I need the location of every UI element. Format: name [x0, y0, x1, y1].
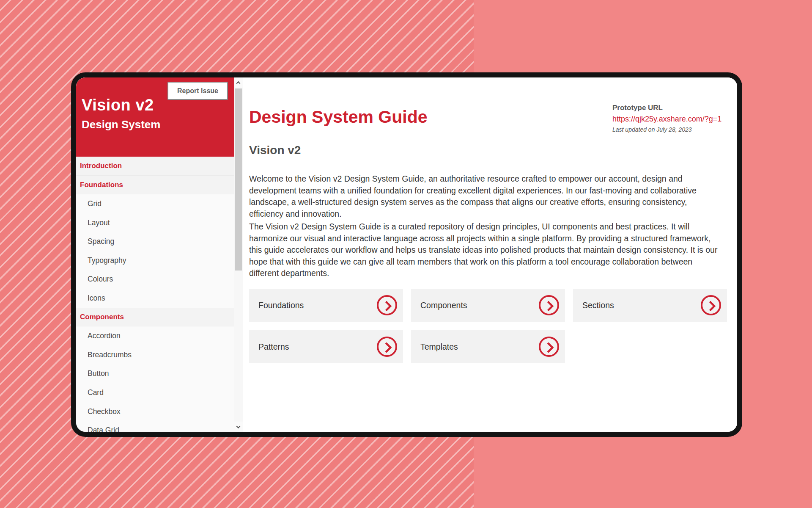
sidebar-item-icons[interactable]: Icons	[76, 289, 234, 308]
last-updated-text: Last updated on July 28, 2023	[612, 126, 735, 133]
sidebar-item-label: Breadcrumbs	[88, 351, 132, 359]
sidebar-item-button[interactable]: Button	[76, 364, 234, 384]
card-patterns[interactable]: Patterns	[249, 330, 403, 363]
sidebar-scrollbar	[234, 77, 243, 432]
prototype-info: Prototype URL https://qjk25y.axshare.com…	[612, 104, 735, 133]
intro-paragraph-2: The Vision v2 Design System Guide is a c…	[249, 221, 719, 279]
sidebar-section-introduction[interactable]: Introduction	[76, 157, 234, 176]
card-templates[interactable]: Templates	[411, 330, 565, 363]
sidebar-item-breadcrumbs[interactable]: Breadcrumbs	[76, 345, 234, 364]
sidebar-item-label: Data Grid	[88, 426, 119, 432]
sidebar-item-label: Spacing	[88, 237, 114, 246]
arrow-right-circle-icon	[539, 337, 559, 357]
prototype-url-label: Prototype URL	[612, 104, 735, 112]
scrollbar-thumb[interactable]	[235, 88, 242, 271]
scroll-up-button[interactable]	[234, 77, 243, 88]
sidebar-section-foundations[interactable]: Foundations	[76, 176, 234, 195]
card-label: Foundations	[258, 301, 304, 310]
sidebar-item-label: Layout	[88, 218, 110, 227]
sidebar-item-label: Checkbox	[88, 407, 121, 416]
card-components[interactable]: Components	[411, 289, 565, 322]
card-label: Sections	[582, 301, 614, 310]
sidebar-item-label: Card	[88, 388, 104, 397]
section-heading: Vision v2	[249, 144, 301, 157]
sidebar-item-label: Grid	[88, 199, 102, 208]
sidebar-item-data-grid[interactable]: Data Grid	[76, 421, 234, 432]
card-foundations[interactable]: Foundations	[249, 289, 403, 322]
scroll-down-button[interactable]	[234, 422, 243, 432]
sidebar-section-components[interactable]: Components	[76, 308, 234, 327]
brand-title: Vision v2	[82, 96, 154, 114]
sidebar-item-label: Colours	[88, 275, 113, 284]
sidebar-item-label: Icons	[88, 294, 105, 303]
app-window: Report Issue Vision v2 Design System Int…	[71, 72, 742, 437]
prototype-url-link[interactable]: https://qjk25y.axshare.com/?g=1	[612, 115, 735, 124]
sidebar-item-grid[interactable]: Grid	[76, 194, 234, 213]
card-sections[interactable]: Sections	[573, 289, 727, 322]
sidebar-item-label: Accordion	[88, 331, 121, 340]
card-label: Templates	[420, 342, 458, 352]
sidebar-item-colours[interactable]: Colours	[76, 270, 234, 289]
chevron-up-icon	[236, 81, 241, 85]
arrow-right-circle-icon	[377, 337, 397, 357]
sidebar-item-label: Introduction	[80, 162, 122, 170]
sidebar-item-typography[interactable]: Typography	[76, 251, 234, 270]
sidebar-header: Report Issue Vision v2 Design System	[76, 77, 234, 157]
arrow-right-circle-icon	[539, 295, 559, 315]
sidebar-item-layout[interactable]: Layout	[76, 213, 234, 232]
sidebar-item-accordion[interactable]: Accordion	[76, 326, 234, 345]
card-label: Patterns	[258, 342, 289, 352]
report-issue-button[interactable]: Report Issue	[167, 82, 228, 100]
chevron-down-icon	[236, 424, 241, 428]
sidebar-item-label: Typography	[88, 256, 126, 265]
card-label: Components	[420, 301, 467, 310]
arrow-right-circle-icon	[701, 295, 721, 315]
sidebar-item-card[interactable]: Card	[76, 383, 234, 402]
page-title: Design System Guide	[249, 107, 428, 127]
desktop: Report Issue Vision v2 Design System Int…	[0, 0, 812, 508]
sidebar-item-label: Components	[80, 313, 124, 321]
arrow-right-circle-icon	[377, 295, 397, 315]
sidebar-item-label: Foundations	[80, 181, 123, 189]
intro-paragraph-1: Welcome to the Vision v2 Design System G…	[249, 173, 719, 220]
sidebar-item-spacing[interactable]: Spacing	[76, 232, 234, 251]
sidebar-nav: Introduction Foundations Grid Layout Spa…	[76, 157, 234, 432]
sidebar-item-checkbox[interactable]: Checkbox	[76, 402, 234, 421]
brand-subtitle: Design System	[82, 118, 160, 131]
section-cards: Foundations Components Sections Patterns…	[249, 289, 727, 363]
main-content: Design System Guide Prototype URL https:…	[243, 77, 737, 432]
sidebar-item-label: Button	[88, 369, 109, 378]
sidebar: Report Issue Vision v2 Design System Int…	[76, 77, 234, 432]
